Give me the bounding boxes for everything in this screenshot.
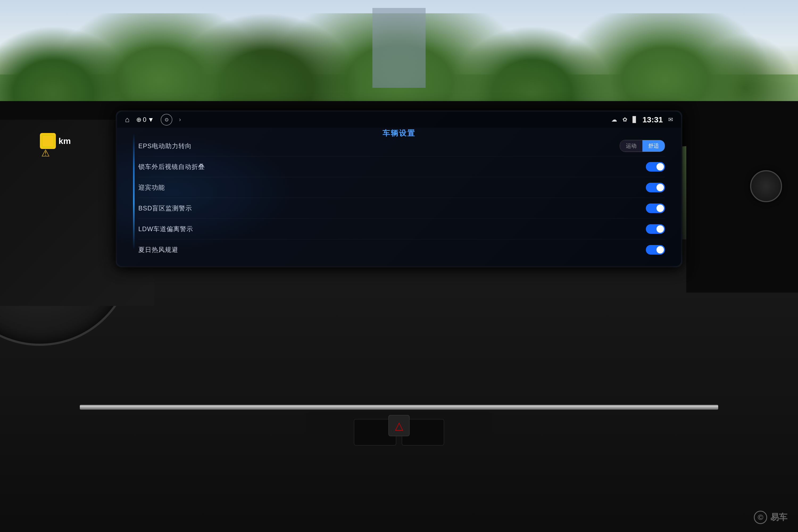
status-icons-left: ⌂ ⊕ 0 ▼ ⊙ ›: [125, 114, 181, 126]
welcome-knob: [657, 184, 664, 191]
ac-icon: ⊙: [165, 117, 169, 122]
fan-arrow-icon: ▼: [148, 116, 154, 124]
bsd-knob: [657, 205, 664, 212]
ac-circle[interactable]: ⊙: [161, 114, 172, 126]
ac-arrow-icon: ›: [179, 116, 181, 123]
welcome-label: 迎宾功能: [138, 183, 646, 192]
dial-knob[interactable]: [750, 170, 782, 202]
warning-triangle-icon: ⚠: [41, 148, 50, 159]
status-bar: ⌂ ⊕ 0 ▼ ⊙ › ☁ ✿ ▊ 13:31: [117, 112, 681, 128]
eps-sport-btn[interactable]: 运动: [620, 140, 642, 152]
ldw-label: LDW车道偏离警示: [138, 225, 646, 233]
fan-icon: ⊕: [136, 116, 141, 124]
fan-area: ⊕ 0 ▼: [136, 116, 154, 124]
watermark: © 易车: [754, 511, 787, 524]
summer-heat-toggle[interactable]: [646, 245, 665, 254]
bsd-toggle[interactable]: [646, 204, 665, 213]
settings-row-ldw: LDW车道偏离警示: [138, 218, 665, 240]
speed-limit-sign: [40, 133, 56, 149]
status-time: 13:31: [642, 115, 663, 124]
screen-inner: ⌂ ⊕ 0 ▼ ⊙ › ☁ ✿ ▊ 13:31: [117, 112, 681, 266]
status-icons-right: ☁ ✿ ▊ 13:31 ✉: [611, 115, 673, 124]
speed-indicator: km: [40, 133, 71, 149]
welcome-control[interactable]: [646, 183, 665, 192]
summer-heat-control[interactable]: [646, 245, 665, 254]
eps-comfort-btn[interactable]: 舒适: [642, 140, 665, 152]
fan-speed-value: 0: [143, 116, 146, 124]
right-panel: [686, 120, 798, 292]
settings-row-summer-heat: 夏日热风规避: [138, 240, 665, 260]
settings-row-mirror-fold: 锁车外后视镜自动折叠: [138, 156, 665, 177]
signal-bars-icon: ▊: [632, 116, 637, 123]
summer-heat-label: 夏日热风规避: [138, 246, 646, 254]
bsd-label: BSD盲区监测警示: [138, 204, 646, 212]
chrome-trim: [80, 405, 718, 410]
left-accent-bar: [133, 133, 135, 250]
watermark-text: 易车: [770, 512, 787, 523]
watermark-logo-icon: ©: [754, 511, 767, 524]
settings-row-bsd: BSD盲区监测警示: [138, 198, 665, 218]
bsd-control[interactable]: [646, 204, 665, 213]
speed-value: km: [58, 136, 71, 146]
eps-seg-group[interactable]: 运动 舒适: [620, 140, 665, 152]
eps-label: EPS电动助力转向: [138, 142, 620, 150]
hazard-button[interactable]: △: [388, 415, 410, 436]
settings-row-welcome: 迎宾功能: [138, 177, 665, 198]
eps-control: 运动 舒适: [620, 140, 665, 152]
welcome-toggle[interactable]: [646, 183, 665, 192]
settings-row-eps: EPS电动助力转向 运动 舒适: [138, 136, 665, 156]
settings-list: EPS电动助力转向 运动 舒适 锁车外后视镜自动折叠: [138, 136, 665, 261]
mirror-fold-knob: [657, 163, 664, 171]
mirror-fold-control[interactable]: [646, 162, 665, 172]
infotainment-screen: ⌂ ⊕ 0 ▼ ⊙ › ☁ ✿ ▊ 13:31: [117, 112, 681, 266]
bluetooth-icon: ✿: [623, 116, 627, 123]
mirror-fold-label: 锁车外后视镜自动折叠: [138, 163, 646, 171]
summer-heat-knob: [657, 246, 664, 253]
home-icon[interactable]: ⌂: [125, 115, 130, 124]
mirror-fold-toggle[interactable]: [646, 162, 665, 172]
mail-icon: ✉: [668, 116, 673, 123]
buildings: [373, 8, 425, 88]
ldw-toggle[interactable]: [646, 224, 665, 234]
ldw-knob: [657, 225, 664, 233]
ldw-control[interactable]: [646, 224, 665, 234]
cloud-icon: ☁: [611, 116, 617, 123]
svg-rect-0: [41, 134, 55, 148]
